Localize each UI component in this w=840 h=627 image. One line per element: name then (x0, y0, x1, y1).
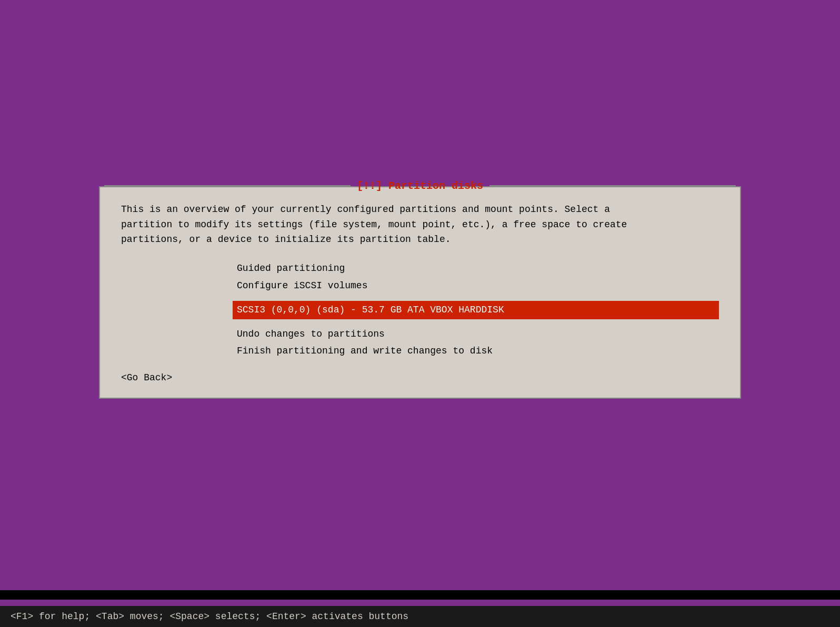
go-back-section: <Go Back> (121, 372, 719, 387)
menu-list: Guided partitioning Configure iSCSI volu… (237, 260, 719, 360)
menu-item-iscsi[interactable]: Configure iSCSI volumes (237, 277, 719, 295)
menu-gap-1 (237, 295, 719, 301)
menu-gap-2 (237, 319, 719, 326)
dialog-title: [!!] Partition disks (355, 180, 485, 192)
menu-item-guided[interactable]: Guided partitioning (237, 260, 719, 277)
status-bar: <F1> for help; <Tab> moves; <Space> sele… (0, 606, 840, 627)
title-line-right (489, 185, 736, 186)
menu-item-finish[interactable]: Finish partitioning and write changes to… (237, 342, 719, 360)
screen: [!!] Partition disks This is an overview… (0, 0, 840, 627)
dialog-content: This is an overview of your currently co… (100, 187, 740, 398)
title-bar: [!!] Partition disks (100, 180, 740, 192)
go-back-button[interactable]: <Go Back> (121, 372, 172, 383)
menu-item-scsi3[interactable]: SCSI3 (0,0,0) (sda) - 53.7 GB ATA VBOX H… (233, 301, 719, 319)
status-text: <F1> for help; <Tab> moves; <Space> sele… (11, 611, 408, 622)
description-text: This is an overview of your currently co… (121, 202, 719, 247)
title-line-left (104, 185, 351, 186)
dialog-box: [!!] Partition disks This is an overview… (99, 186, 741, 399)
menu-item-undo[interactable]: Undo changes to partitions (237, 326, 719, 343)
black-separator-bar (0, 590, 840, 600)
